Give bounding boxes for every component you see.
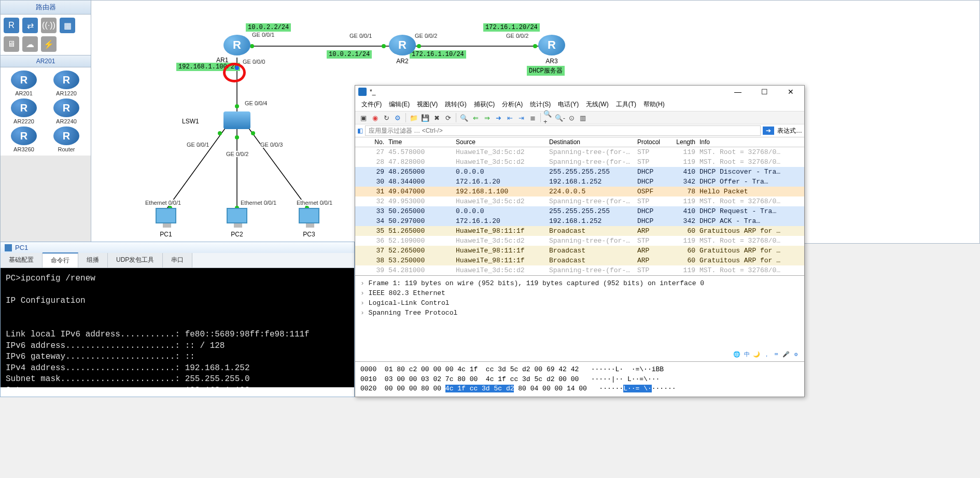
stop-icon[interactable]: ◉ (370, 113, 380, 123)
pc-icon (5, 244, 12, 251)
device-item[interactable]: RAR2240 (46, 99, 87, 124)
port-label: GE 0/0/0 (243, 59, 265, 65)
open-icon[interactable]: ▣ (358, 113, 369, 123)
prev-icon[interactable]: ⇐ (470, 113, 481, 123)
pc1-tab[interactable]: 串口 (163, 253, 192, 268)
ime-icon[interactable]: 🎤 (782, 351, 790, 359)
node-lsw1[interactable]: LSW1 (223, 111, 250, 129)
firewall-icon[interactable]: ▦ (60, 18, 75, 33)
menu-item[interactable]: 跳转(G) (442, 99, 469, 110)
node-ar2[interactable]: R AR2 (389, 35, 416, 65)
wireshark-icon (358, 88, 367, 96)
port-label: GE 0/0/2 (226, 151, 248, 157)
device-item[interactable]: RAR201 (4, 71, 44, 96)
ime-icon[interactable]: ， (762, 351, 771, 359)
menu-item[interactable]: 捕获(C) (471, 99, 498, 110)
menu-item[interactable]: 分析(A) (499, 99, 526, 110)
menu-item[interactable]: 电话(Y) (555, 99, 582, 110)
device-item[interactable]: RAR3260 (4, 126, 44, 152)
link-icon[interactable]: ⚡ (41, 36, 57, 52)
menu-item[interactable]: 统计(S) (527, 99, 554, 110)
device-item[interactable]: RAR1220 (46, 71, 87, 96)
expression-button[interactable]: 表达式… (777, 126, 802, 135)
packet-row[interactable]: 3249.953000HuaweiTe_3d:5c:d2Spanning-tre… (355, 196, 804, 206)
packet-row[interactable]: 3752.265000HuaweiTe_98:11:1fBroadcastARP… (355, 246, 804, 256)
ime-icon[interactable]: 中 (743, 351, 751, 359)
pc1-titlebar[interactable]: PC1 (1, 242, 354, 253)
wlan-icon[interactable]: ((·)) (41, 18, 57, 33)
bookmark-icon[interactable]: ◧ (357, 127, 363, 134)
menu-item[interactable]: 工具(T) (613, 99, 639, 110)
palette-category: AR201 (1, 55, 91, 67)
menu-item[interactable]: 帮助(H) (640, 99, 668, 110)
zoom-reset-icon[interactable]: ⊙ (566, 113, 577, 123)
packet-row[interactable]: 2948.2650000.0.0.0255.255.255.255DHCP410… (355, 167, 804, 177)
pc1-tab[interactable]: 组播 (78, 253, 108, 268)
device-item[interactable]: RAR2220 (4, 99, 44, 124)
menu-item[interactable]: 编辑(E) (386, 99, 413, 110)
pc-icon[interactable]: 🖥 (4, 36, 19, 52)
pc1-title-text: PC1 (15, 244, 28, 251)
node-pc3[interactable]: PC3 (299, 208, 319, 238)
packet-row[interactable]: 3853.250000HuaweiTe_98:11:1fBroadcastARP… (355, 256, 804, 265)
folder-icon[interactable]: 📁 (409, 113, 419, 123)
device-item[interactable]: RRouter (46, 126, 87, 152)
close-capture-icon[interactable]: ✖ (431, 113, 442, 123)
save-icon[interactable]: 💾 (420, 113, 430, 123)
pc1-tab[interactable]: UDP发包工具 (108, 253, 163, 268)
zoom-in-icon[interactable]: 🔍+ (543, 113, 554, 123)
port-label: GE 0/0/2 (506, 33, 528, 39)
last-icon[interactable]: ⇥ (516, 113, 526, 123)
packet-bytes[interactable]: 0000 01 80 c2 00 00 00 4c 1f cc 3d 5c d2… (355, 362, 804, 397)
next-icon[interactable]: ⇒ (482, 113, 492, 123)
packet-list-header[interactable]: No. Time Source Destination Protocol Len… (355, 137, 804, 147)
packet-row[interactable]: 3149.047000192.168.1.100224.0.0.5OSPF78H… (355, 187, 804, 196)
first-icon[interactable]: ⇤ (505, 113, 515, 123)
menu-item[interactable]: 视图(V) (414, 99, 441, 110)
ime-icon[interactable]: ⚙ (792, 351, 800, 359)
maximize-button[interactable]: ☐ (754, 88, 775, 96)
pc1-terminal[interactable]: PC>ipconfig /renew IP Configuration Link… (1, 268, 354, 387)
node-pc1[interactable]: PC1 (156, 208, 176, 238)
pc1-tab[interactable]: 命令行 (43, 252, 78, 268)
packet-details[interactable]: Frame 1: 119 bytes on wire (952 bits), 1… (355, 276, 804, 362)
menu-item[interactable]: 无线(W) (583, 99, 611, 110)
port-label: GE 0/0/1 (252, 32, 274, 38)
restart-icon[interactable]: ↻ (381, 113, 391, 123)
find-icon[interactable]: 🔍 (459, 113, 469, 123)
packet-row[interactable]: 3450.297000172.16.1.20192.168.1.252DHCP3… (355, 216, 804, 226)
ime-icon[interactable]: 🌙 (752, 351, 761, 359)
ime-icon[interactable]: ⌨ (772, 351, 780, 359)
autoscroll-icon[interactable]: ≣ (527, 113, 538, 123)
node-pc2[interactable]: PC2 (227, 208, 247, 238)
columns-icon[interactable]: ▥ (578, 113, 588, 123)
cloud-icon[interactable]: ☁ (22, 36, 38, 52)
options-icon[interactable]: ⚙ (393, 113, 403, 123)
packet-row[interactable]: 3551.265000HuaweiTe_98:11:1fBroadcastARP… (355, 226, 804, 236)
packet-row[interactable]: 3048.344000172.16.1.20192.168.1.252DHCP3… (355, 177, 804, 187)
zoom-out-icon[interactable]: 🔍- (555, 113, 565, 123)
packet-row[interactable]: 2745.578000HuaweiTe_3d:5c:d2Spanning-tre… (355, 147, 804, 157)
apply-filter-button[interactable]: ➔ (763, 126, 774, 135)
reload-icon[interactable]: ⟳ (443, 113, 453, 123)
filter-input[interactable] (365, 125, 761, 136)
packet-row[interactable]: 3652.109000HuaweiTe_3d:5c:d2Spanning-tre… (355, 236, 804, 246)
packet-row[interactable]: 3350.2650000.0.0.0255.255.255.255DHCP410… (355, 206, 804, 216)
switch-icon[interactable]: ⇄ (22, 18, 38, 33)
minimize-button[interactable]: — (727, 88, 749, 96)
pc1-tab[interactable]: 基础配置 (1, 253, 43, 268)
port-label: GE 0/0/4 (245, 100, 267, 106)
node-ar3[interactable]: R AR3 (538, 35, 565, 65)
packet-row[interactable]: 3954.281000HuaweiTe_3d:5c:d2Spanning-tre… (355, 265, 804, 275)
menu-item[interactable]: 文件(F) (358, 99, 385, 110)
packet-row[interactable]: 2847.828000HuaweiTe_3d:5c:d2Spanning-tre… (355, 157, 804, 167)
router-icon[interactable]: R (4, 18, 19, 33)
packet-list: No. Time Source Destination Protocol Len… (355, 137, 804, 276)
close-button[interactable]: ✕ (780, 88, 801, 96)
port-label: Ethernet 0/0/1 (145, 200, 181, 206)
wireshark-titlebar[interactable]: *_ — ☐ ✕ (355, 86, 804, 98)
node-ar1[interactable]: R AR1 (223, 35, 250, 55)
port-label: Ethernet 0/0/1 (241, 200, 276, 206)
goto-icon[interactable]: ➜ (493, 113, 503, 123)
ime-icon[interactable]: 🌐 (733, 351, 741, 359)
